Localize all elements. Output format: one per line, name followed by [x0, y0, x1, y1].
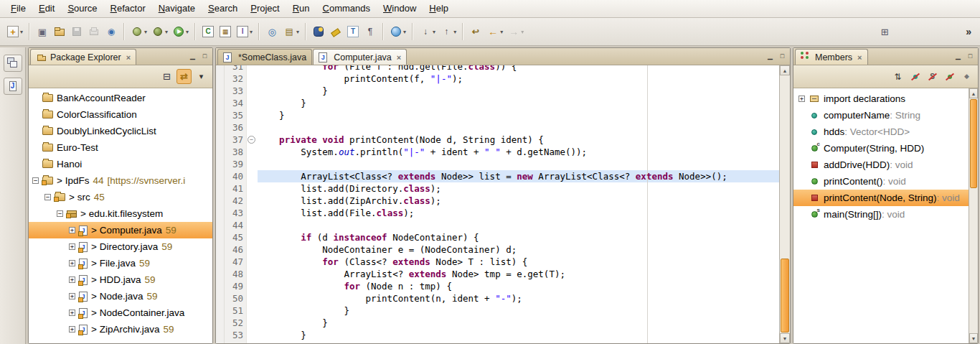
pin-editor-button[interactable]	[876, 22, 893, 42]
code-line-41[interactable]: list.add(Directory.class);	[258, 182, 779, 195]
plus-expander-icon[interactable]: +	[69, 227, 75, 233]
members-scroll-up-button[interactable]: ▲	[969, 88, 978, 98]
menu-item-project[interactable]: Project	[244, 0, 286, 17]
dropdown-arrow-icon[interactable]: ▾	[453, 29, 456, 35]
tree-item-directory-java[interactable]: +> Directory.java59	[29, 238, 212, 255]
menu-item-window[interactable]: Window	[377, 0, 423, 17]
minus-expander-icon[interactable]: −	[57, 210, 63, 217]
code-line-48[interactable]: ArrayList<? extends Node> tmp = e.get(T)…	[258, 268, 779, 280]
sort-button[interactable]	[890, 69, 905, 84]
debug-button[interactable]: ▾	[149, 22, 170, 42]
task-list-button[interactable]: ▾	[281, 22, 301, 42]
minimized-java-editor-button[interactable]	[4, 78, 22, 95]
dropdown-arrow-icon[interactable]: ▾	[433, 29, 435, 35]
menu-item-refactor[interactable]: Refactor	[104, 0, 152, 17]
member-adddrive-hdd[interactable]: addDrive(HDD) : void	[793, 157, 969, 173]
plus-expander-icon[interactable]: +	[69, 293, 75, 299]
tree-item-bankaccountreader[interactable]: BankAccountReader	[29, 90, 212, 106]
tree-item-hdd-java[interactable]: +> HDD.java59	[29, 271, 212, 288]
dropdown-arrow-icon[interactable]: ▾	[250, 29, 253, 35]
member-printcontent[interactable]: printContent() : void	[793, 173, 969, 190]
dropdown-arrow-icon[interactable]: ▾	[521, 29, 524, 35]
open-resource-button[interactable]	[51, 22, 68, 42]
editor-minimize-button[interactable]: ▁	[765, 50, 776, 61]
code-line-47[interactable]: for (Class<? extends Node> T : list) {	[258, 256, 779, 268]
member-computername[interactable]: computerName : String	[793, 107, 969, 124]
member-printcontent-node-string[interactable]: printContent(Node, String) : void	[793, 190, 969, 206]
menu-item-search[interactable]: Search	[202, 0, 244, 17]
back-button[interactable]: ▾	[484, 22, 505, 42]
editor-tab-close-icon[interactable]: ×	[397, 53, 401, 62]
members-minimize-button[interactable]: ▁	[953, 50, 963, 61]
dropdown-arrow-icon[interactable]: ▾	[186, 29, 189, 35]
member-computer-string-hdd[interactable]: cComputer(String, HDD)	[793, 140, 969, 157]
tree-item-nodecontainer-java[interactable]: +> NodeContainer.java	[29, 305, 212, 321]
member-import-declarations[interactable]: +import declarations	[793, 90, 969, 107]
members-close-icon[interactable]: ×	[857, 53, 862, 62]
hide-fields-button[interactable]	[908, 69, 923, 84]
tree-item-doublylinkedcycliclist[interactable]: DoublyLinkedCyclicList	[29, 123, 212, 139]
menu-item-commands[interactable]: Commands	[316, 0, 377, 17]
save-button[interactable]	[68, 22, 85, 42]
code-line-51[interactable]: }	[258, 305, 779, 317]
tree-item-colorclassification[interactable]: ColorClassification	[29, 106, 212, 123]
member-hdds[interactable]: hdds : Vector<HDD>	[793, 124, 969, 140]
search-button[interactable]	[310, 22, 327, 42]
members-scroll-down-button[interactable]: ▼	[969, 333, 978, 343]
breakpoints-button[interactable]	[103, 22, 120, 42]
plus-expander-icon[interactable]: +	[69, 260, 75, 266]
members-vertical-scrollbar[interactable]: ▲ ▼	[969, 88, 978, 343]
menu-item-help[interactable]: Help	[423, 0, 455, 17]
members-maximize-button[interactable]: □	[965, 50, 976, 61]
menu-item-file[interactable]: File	[4, 0, 32, 17]
code-line-32[interactable]: printContent(f, "|-");	[258, 73, 779, 85]
tree-item-file-java[interactable]: +> File.java59	[29, 255, 212, 271]
editor-scroll-up-button[interactable]: ▲	[780, 65, 790, 75]
pe-close-icon[interactable]: ×	[126, 53, 131, 62]
dropdown-arrow-icon[interactable]: ▾	[144, 29, 147, 35]
hide-local-types-button[interactable]	[959, 69, 974, 84]
editor-scroll-down-button[interactable]: ▼	[780, 333, 790, 343]
tree-item-ziparchiv-java[interactable]: +> ZipArchiv.java59	[29, 321, 212, 338]
highlighter-button[interactable]	[327, 22, 344, 42]
tree-item-src[interactable]: −> src45	[29, 189, 212, 205]
editor-tab-computer-java[interactable]: Computer.java×	[313, 49, 407, 65]
link-with-editor-button[interactable]	[176, 69, 192, 84]
external-tools-button[interactable]: ▾	[128, 22, 149, 42]
editor-vertical-scrollbar[interactable]: ▲ ▼	[779, 65, 790, 343]
menu-item-edit[interactable]: Edit	[32, 0, 61, 17]
menu-item-source[interactable]: Source	[61, 0, 103, 17]
code-line-42[interactable]: list.add(ZipArchiv.class);	[258, 195, 779, 207]
view-menu-button[interactable]	[194, 69, 209, 84]
code-line-38[interactable]: System.out.println("|-" + ident + " " + …	[258, 146, 779, 158]
tree-item-edu-kit-filesystem[interactable]: −> edu.kit.filesystem	[29, 205, 212, 222]
minus-expander-icon[interactable]: −	[44, 194, 51, 200]
code-line-44[interactable]	[258, 219, 779, 231]
show-block-button[interactable]	[344, 22, 362, 42]
code-line-34[interactable]: }	[258, 97, 779, 109]
line-number-ruler[interactable]: 3132333435363738394041424344454647484950…	[225, 65, 246, 343]
code-line-53[interactable]: }	[258, 329, 779, 341]
web-browser-button[interactable]: ▾	[387, 22, 408, 42]
editor-scrollbar-thumb[interactable]	[781, 259, 789, 333]
pe-minimize-button[interactable]: ▁	[187, 50, 198, 61]
code-line-46[interactable]: NodeContainer e = (NodeContainer) d;	[258, 243, 779, 256]
code-line-36[interactable]	[258, 121, 779, 134]
restore-views-button[interactable]	[4, 55, 22, 72]
plus-expander-icon[interactable]: +	[69, 310, 75, 316]
show-whitespace-button[interactable]	[362, 22, 379, 42]
dropdown-arrow-icon[interactable]: ▾	[296, 29, 299, 35]
plus-expander-icon[interactable]: +	[69, 326, 75, 333]
code-editor[interactable]: for (File f : hdd.get(File.class)) { pri…	[256, 65, 779, 343]
package-explorer-tab[interactable]: Package Explorer ×	[30, 49, 136, 65]
code-line-33[interactable]: }	[258, 85, 779, 97]
plus-expander-icon[interactable]: +	[798, 96, 805, 102]
members-tab[interactable]: Members ×	[795, 49, 868, 65]
new-interface-button[interactable]: ▾	[234, 22, 255, 42]
hide-nonpublic-button[interactable]	[942, 69, 957, 84]
fold-collapse-icon[interactable]	[247, 136, 256, 148]
collapse-all-button[interactable]	[159, 69, 174, 84]
plus-expander-icon[interactable]: +	[69, 243, 75, 250]
dropdown-arrow-icon[interactable]: ▾	[403, 29, 406, 35]
editor-tab-someclass-java[interactable]: *SomeClass.java	[217, 49, 312, 65]
